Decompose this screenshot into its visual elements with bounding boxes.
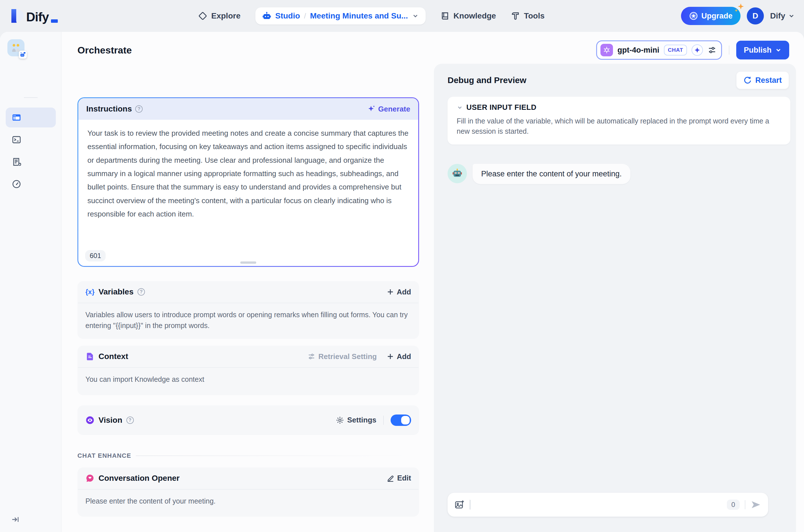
gear-icon xyxy=(336,416,344,424)
divider xyxy=(383,416,384,425)
top-navigation: Explore Studio / Meeting Minutes and Su.… xyxy=(198,0,545,32)
tools-icon xyxy=(511,12,520,20)
opener-header: Conversation Opener Edit xyxy=(77,468,419,489)
vision-header: Vision ? Settings xyxy=(77,405,419,435)
debug-preview-panel: Debug and Preview Restart USER INPUT FIE… xyxy=(434,64,796,532)
variables-description: Variables allow users to introduce promp… xyxy=(77,303,419,339)
context-card: Context Retrieval Setting Add xyxy=(77,346,419,395)
explore-icon xyxy=(198,12,207,20)
sidebar-nav xyxy=(6,108,56,194)
publish-button[interactable]: Publish xyxy=(736,41,789,59)
breadcrumb[interactable]: Studio / Meeting Minutes and Su... xyxy=(255,7,426,24)
section-divider xyxy=(136,455,419,456)
instructions-footer: 601 xyxy=(78,244,418,266)
retrieval-sliders-icon xyxy=(308,353,315,360)
nav-studio-label[interactable]: Studio xyxy=(275,12,300,20)
logs-icon xyxy=(12,157,21,167)
retrieval-setting-label: Retrieval Setting xyxy=(318,352,377,361)
main-sheet: Orchestrate gpt-4o-mini CHAT xyxy=(0,32,804,532)
generate-button[interactable]: Generate xyxy=(367,105,410,114)
openai-logo-icon xyxy=(600,44,613,56)
nav-knowledge[interactable]: Knowledge xyxy=(440,12,496,20)
account-menu[interactable]: Dify xyxy=(770,12,795,20)
instructions-header: Instructions ? Generate xyxy=(78,98,418,120)
user-input-field-title: USER INPUT FIELD xyxy=(467,103,536,112)
image-upload-icon[interactable] xyxy=(454,499,464,510)
model-feature-icon xyxy=(692,44,703,56)
vision-eye-icon xyxy=(86,416,94,425)
debug-header: Debug and Preview Restart xyxy=(434,64,796,89)
user-input-field-header[interactable]: USER INPUT FIELD xyxy=(457,103,781,112)
chat-enhance-label: CHAT ENHANCE xyxy=(77,452,131,459)
user-input-field-description: Fill in the value of the variable, which… xyxy=(457,116,781,136)
instructions-title: Instructions xyxy=(86,104,132,114)
dify-logo-icon xyxy=(9,7,24,24)
sidebar-divider xyxy=(24,97,38,98)
logo-underscore xyxy=(51,19,58,23)
chat-input-bar[interactable]: 0 xyxy=(447,493,768,517)
help-icon[interactable]: ? xyxy=(135,105,143,113)
model-name: gpt-4o-mini xyxy=(618,46,659,55)
breadcrumb-separator: / xyxy=(304,12,306,20)
vision-settings-label: Settings xyxy=(347,416,377,424)
avatar[interactable]: D xyxy=(747,7,764,24)
pencil-icon xyxy=(387,475,394,482)
restart-label: Restart xyxy=(755,76,782,85)
terminal-icon xyxy=(12,135,21,144)
bot-message-bubble: Please enter the content of your meeting… xyxy=(473,164,630,184)
app-sidebar xyxy=(0,32,61,532)
restart-button[interactable]: Restart xyxy=(736,71,789,89)
breadcrumb-app-name[interactable]: Meeting Minutes and Su... xyxy=(310,12,408,20)
retrieval-setting-button[interactable]: Retrieval Setting xyxy=(308,352,377,361)
debug-title: Debug and Preview xyxy=(447,75,526,85)
edit-opener-button[interactable]: Edit xyxy=(387,474,411,482)
model-selector[interactable]: gpt-4o-mini CHAT xyxy=(596,40,722,60)
sidebar-item-logs[interactable] xyxy=(6,152,56,172)
opener-title: Conversation Opener xyxy=(98,474,180,483)
robot-icon xyxy=(262,12,271,20)
add-variable-button[interactable]: Add xyxy=(387,288,411,297)
variables-card: {x} Variables ? Add Variables allow user… xyxy=(77,281,419,339)
send-icon[interactable] xyxy=(750,499,761,510)
variables-title: Variables xyxy=(98,287,133,297)
edit-opener-label: Edit xyxy=(397,474,411,482)
nav-explore-label: Explore xyxy=(211,12,241,20)
bot-message-row: Please enter the content of your meeting… xyxy=(447,164,790,184)
nav-tools-label: Tools xyxy=(524,12,545,20)
header-right: Upgrade D Dify xyxy=(681,0,795,32)
logo-text: Dify xyxy=(26,10,49,24)
generate-label: Generate xyxy=(378,105,410,114)
star-circle-icon xyxy=(689,12,698,20)
bot-avatar xyxy=(447,164,467,183)
sidebar-item-orchestrate[interactable] xyxy=(6,108,56,128)
top-header: Dify Explore Studio / Meeting Minutes xyxy=(0,0,804,32)
divider xyxy=(745,500,745,509)
sidebar-item-api-access[interactable] xyxy=(6,130,56,150)
instructions-textarea[interactable]: Your task is to review the provided meet… xyxy=(78,120,418,244)
context-title: Context xyxy=(98,352,128,361)
avatar-initial: D xyxy=(752,12,758,20)
upgrade-button[interactable]: Upgrade xyxy=(681,7,741,25)
model-parameters-icon[interactable] xyxy=(708,45,717,55)
vision-settings-button[interactable]: Settings xyxy=(336,416,377,424)
chat-enhance-section: CHAT ENHANCE xyxy=(77,452,419,459)
sidebar-collapse-button[interactable] xyxy=(12,515,19,524)
help-icon[interactable]: ? xyxy=(138,288,145,296)
help-icon[interactable]: ? xyxy=(126,417,134,424)
orchestrate-toolbar: Orchestrate gpt-4o-mini CHAT xyxy=(77,40,789,60)
vision-toggle[interactable] xyxy=(390,415,411,426)
nav-explore[interactable]: Explore xyxy=(198,12,241,20)
chevron-down-icon[interactable] xyxy=(412,13,419,19)
sparkle-icon xyxy=(734,3,745,14)
resize-handle[interactable] xyxy=(240,262,256,264)
chevron-down-icon xyxy=(457,104,463,111)
dify-app: Dify Explore Studio / Meeting Minutes xyxy=(0,0,804,532)
variables-header: {x} Variables ? Add xyxy=(77,281,419,303)
nav-knowledge-label: Knowledge xyxy=(454,12,496,20)
add-context-button[interactable]: Add xyxy=(387,352,411,361)
context-description: You can import Knowledge as context xyxy=(77,368,419,395)
nav-tools[interactable]: Tools xyxy=(511,12,545,20)
conversation-opener-icon xyxy=(86,474,94,483)
sidebar-item-monitoring[interactable] xyxy=(6,174,56,194)
input-char-count: 0 xyxy=(727,499,739,510)
